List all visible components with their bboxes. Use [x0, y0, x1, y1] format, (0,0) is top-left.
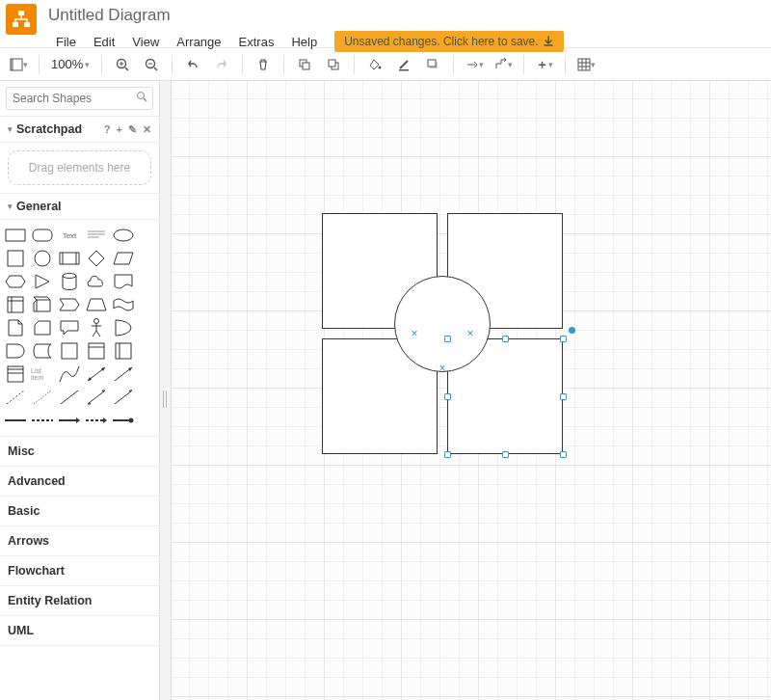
zoom-select[interactable]: 100%▾	[47, 55, 93, 73]
table-button[interactable]: ▾	[573, 52, 598, 77]
shape-triangle[interactable]	[31, 272, 54, 291]
shape-link-arrow-dashed[interactable]	[85, 411, 108, 430]
menu-extras[interactable]: Extras	[231, 32, 282, 52]
to-back-button[interactable]	[321, 52, 346, 77]
shape-data-storage[interactable]	[31, 341, 54, 361]
shape-cylinder[interactable]	[58, 272, 81, 291]
shape-list[interactable]	[4, 364, 27, 384]
shape-document[interactable]	[112, 272, 135, 291]
shape-list-item[interactable]: List item	[31, 364, 54, 384]
category-basic[interactable]: Basic	[0, 497, 159, 526]
to-front-button[interactable]	[292, 52, 317, 77]
shape-card[interactable]	[31, 318, 54, 337]
category-entity-relation[interactable]: Entity Relation	[0, 586, 159, 616]
menu-edit[interactable]: Edit	[86, 32, 122, 52]
shape-square[interactable]	[4, 249, 27, 268]
shape-link-filled[interactable]	[112, 411, 135, 430]
category-advanced[interactable]: Advanced	[0, 467, 159, 497]
shape-diamond[interactable]	[85, 249, 108, 268]
category-misc[interactable]: Misc	[0, 437, 159, 467]
insert-button[interactable]: ＋▾	[532, 52, 557, 77]
connection-point[interactable]: ×	[466, 331, 473, 337]
shape-line-dotted[interactable]	[31, 388, 54, 407]
undo-button[interactable]	[180, 52, 205, 77]
selection-handle[interactable]	[560, 393, 567, 400]
selection-handle[interactable]	[502, 451, 509, 458]
selection-handle[interactable]	[444, 393, 451, 400]
shape-container-h[interactable]	[85, 341, 108, 361]
canvas-shape[interactable]	[394, 276, 491, 372]
shape-direction-arrow[interactable]	[112, 388, 135, 407]
menu-help[interactable]: Help	[283, 32, 325, 52]
view-menu-button[interactable]: ▾	[6, 52, 31, 77]
line-color-button[interactable]	[391, 52, 416, 77]
menu-arrange[interactable]: Arrange	[169, 32, 228, 52]
help-icon[interactable]: ?	[104, 123, 111, 136]
shape-cloud[interactable]	[85, 272, 108, 291]
fill-color-button[interactable]	[362, 52, 387, 77]
shape-container-v[interactable]	[112, 341, 135, 361]
general-header[interactable]: ▾ General	[0, 194, 159, 220]
scratchpad-header[interactable]: ▾ Scratchpad ? + ✎ ✕	[0, 117, 159, 143]
shape-step[interactable]	[58, 295, 81, 314]
shape-note[interactable]	[4, 318, 27, 337]
save-button[interactable]: Unsaved changes. Click here to save.	[334, 31, 563, 52]
shape-rectangle[interactable]	[4, 226, 27, 245]
canvas[interactable]: ×××	[172, 81, 771, 700]
shape-link-arrow[interactable]	[58, 411, 81, 430]
shape-callout[interactable]	[58, 318, 81, 337]
shape-bidir-arrow[interactable]	[85, 364, 108, 384]
zoom-in-button[interactable]	[110, 52, 135, 77]
shape-text[interactable]: Text	[58, 226, 81, 245]
selection-handle[interactable]	[560, 451, 567, 458]
shape-line[interactable]	[58, 388, 81, 407]
shape-ellipse[interactable]	[112, 226, 135, 245]
shape-hexagon[interactable]	[4, 272, 27, 291]
shape-textbox[interactable]	[85, 226, 108, 245]
shape-actor[interactable]	[85, 318, 108, 337]
shape-parallelogram[interactable]	[112, 249, 135, 268]
rotation-handle[interactable]	[569, 327, 575, 334]
connection-point[interactable]: ×	[439, 365, 445, 372]
category-flowchart[interactable]: Flowchart	[0, 556, 159, 586]
shape-link-dashed[interactable]	[31, 411, 54, 430]
shape-process[interactable]	[58, 249, 81, 268]
shape-arrow[interactable]	[112, 364, 135, 384]
connection-button[interactable]: ▾	[462, 52, 487, 77]
shape-circle[interactable]	[31, 249, 54, 268]
selection-handle[interactable]	[444, 451, 451, 458]
zoom-out-button[interactable]	[139, 52, 164, 77]
selection-handle[interactable]	[502, 336, 509, 342]
shape-and[interactable]	[4, 341, 27, 361]
close-icon[interactable]: ✕	[143, 123, 151, 136]
redo-button[interactable]	[209, 52, 234, 77]
shape-bidir-thin[interactable]	[85, 388, 108, 407]
delete-button[interactable]	[251, 52, 276, 77]
shape-internal-storage[interactable]	[4, 295, 27, 314]
selection-handle[interactable]	[560, 336, 567, 342]
shape-line-dashed[interactable]	[4, 388, 27, 407]
shape-cube[interactable]	[31, 295, 54, 314]
category-uml[interactable]: UML	[0, 616, 159, 646]
menu-file[interactable]: File	[48, 32, 84, 52]
shape-container[interactable]	[58, 341, 81, 361]
shape-curve[interactable]	[58, 364, 81, 384]
search-icon[interactable]	[136, 91, 147, 105]
edit-icon[interactable]: ✎	[128, 123, 137, 136]
shape-trapezoid[interactable]	[85, 295, 108, 314]
shape-link-solid[interactable]	[4, 411, 27, 430]
waypoints-button[interactable]: ▾	[491, 52, 516, 77]
selection-handle[interactable]	[444, 336, 451, 342]
scratchpad-drop-area[interactable]: Drag elements here	[8, 150, 151, 185]
connection-point[interactable]: ×	[411, 331, 417, 337]
shape-tape[interactable]	[112, 295, 135, 314]
document-title[interactable]: Untitled Diagram	[48, 4, 564, 31]
shape-rounded-rect[interactable]	[31, 226, 54, 245]
menu-view[interactable]: View	[124, 32, 167, 52]
search-input[interactable]	[6, 87, 153, 110]
add-icon[interactable]: +	[117, 123, 122, 136]
category-arrows[interactable]: Arrows	[0, 526, 159, 556]
shadow-button[interactable]	[420, 52, 445, 77]
splitter[interactable]	[160, 81, 172, 700]
shape-or[interactable]	[112, 318, 135, 337]
